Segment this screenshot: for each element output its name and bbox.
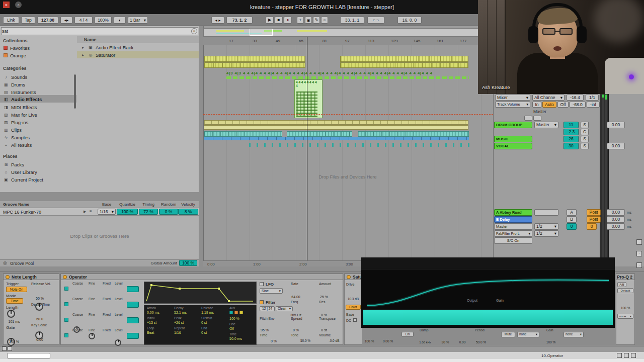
end-value[interactable]: 0 st: [201, 331, 207, 334]
osc-b-toggle[interactable]: [64, 302, 68, 306]
fine-knob[interactable]: [89, 333, 95, 339]
level-knob[interactable]: [115, 339, 121, 346]
return-a-post-button[interactable]: Post: [587, 209, 601, 216]
sidechain-on-button[interactable]: S/C On: [494, 237, 532, 244]
aux-dest-b-swatch[interactable]: [234, 311, 238, 314]
lfo-checkbox[interactable]: [260, 282, 264, 286]
filter-type-menu[interactable]: Clean▾: [276, 306, 293, 311]
footer-icon[interactable]: [624, 353, 629, 358]
tempo-field[interactable]: 127.00: [37, 17, 58, 24]
length-knob[interactable]: [7, 310, 15, 318]
color-button[interactable]: Color: [346, 305, 361, 310]
status-search-box[interactable]: [7, 353, 50, 358]
solo-button[interactable]: S: [581, 143, 589, 149]
audio-clip[interactable]: [204, 137, 469, 140]
note-on-button[interactable]: Note On: [6, 287, 27, 292]
playhead[interactable]: [307, 37, 307, 266]
send-field[interactable]: 0.00: [607, 223, 625, 230]
groove-base-menu[interactable]: 1/16▾: [98, 209, 116, 215]
status-toggle-icon[interactable]: [2, 346, 7, 351]
send-field[interactable]: 0.00: [607, 216, 625, 223]
quantize-menu[interactable]: 1 Bar▾: [128, 17, 148, 24]
osc-a-display[interactable]: [127, 286, 139, 292]
automation-in-button[interactable]: In: [532, 102, 541, 108]
groove-amount-field[interactable]: 100%: [95, 17, 112, 24]
midi-clip[interactable]: [340, 62, 468, 68]
groove-quantize-field[interactable]: 100 %: [117, 209, 138, 215]
time-signature-field[interactable]: 4 / 4: [74, 17, 93, 24]
groove-velocity-field[interactable]: 8 %: [178, 209, 198, 215]
sidebar-item-plugins[interactable]: ▨Plug-ins: [0, 119, 75, 126]
sidebar-item-favorites[interactable]: Favorites: [0, 44, 75, 51]
mini-toggle[interactable]: [533, 116, 541, 121]
solo-button[interactable]: S: [581, 122, 589, 128]
aux-value[interactable]: 100 %: [229, 317, 239, 320]
automation-off-button[interactable]: Off: [557, 102, 569, 108]
osc-a-toggle[interactable]: [64, 287, 68, 291]
search-clear-button[interactable]: ×: [191, 28, 197, 34]
link-button[interactable]: Link: [3, 17, 19, 24]
release-value[interactable]: 1.19 ms: [201, 311, 214, 314]
device-on-icon[interactable]: [63, 275, 67, 279]
browser-scrollbar[interactable]: [74, 74, 76, 109]
plugin-display-bar[interactable]: [363, 310, 613, 325]
sidebar-item-instruments[interactable]: ▤Instruments: [0, 88, 75, 96]
pan-field[interactable]: -2.3: [564, 129, 579, 135]
master-chan-field[interactable]: 0: [567, 223, 577, 230]
track-volume-menu[interactable]: Track Volume▾: [495, 102, 530, 108]
window-close-button[interactable]: ×: [3, 2, 10, 8]
filter-slope-button[interactable]: 12 | 24: [260, 306, 275, 311]
arrangement-position-field[interactable]: 73. 1. 2: [226, 17, 253, 24]
lin-button[interactable]: Lin: [401, 332, 414, 337]
midi-clip[interactable]: [204, 120, 468, 125]
mixer-section-menu[interactable]: Mixer▾: [495, 95, 530, 101]
track-route-menu[interactable]: Master▾: [534, 122, 558, 128]
device-on-icon[interactable]: [6, 275, 10, 279]
decay-value[interactable]: 52.1 ms: [174, 311, 187, 314]
return-a-tag[interactable]: A: [567, 209, 577, 216]
pan-center-button[interactable]: C: [581, 129, 589, 135]
loop-start-field[interactable]: 33. 1. 1: [340, 17, 364, 24]
send-field[interactable]: 0.00: [607, 122, 625, 128]
automation-auto-button[interactable]: Auto: [542, 102, 556, 108]
time-mode-button[interactable]: Time: [6, 298, 23, 304]
view-toggle-icon[interactable]: ·: [636, 239, 642, 245]
return-b-tag[interactable]: B: [567, 216, 577, 223]
track-channel-field[interactable]: 11: [564, 122, 579, 128]
plugin-window-header[interactable]: [361, 257, 615, 269]
filter-checkbox[interactable]: [260, 300, 264, 304]
tap-tempo-button[interactable]: Tap: [21, 17, 35, 24]
sidebar-item-all-results[interactable]: ≡All results: [0, 141, 75, 148]
back-to-arrangement-button[interactable]: ▣: [305, 17, 312, 24]
sidebar-item-packs[interactable]: ⊞Packs: [0, 161, 75, 168]
draw-mode-button[interactable]: ✎: [313, 17, 320, 24]
osc-vel-value[interactable]: Off: [229, 327, 234, 330]
result-row-audio-effect-rack[interactable]: ▸▣Audio Effect Rack: [77, 44, 199, 51]
send-field[interactable]: 0.00: [607, 209, 625, 216]
follow-buttons[interactable]: ◄►: [211, 17, 224, 24]
track-channel-field[interactable]: 30: [564, 143, 579, 149]
status-toggle-icon[interactable]: [8, 346, 12, 351]
initial-value[interactable]: +13 st: [147, 321, 156, 324]
footer-icon[interactable]: [631, 353, 636, 358]
aux-dest-a-swatch[interactable]: [229, 311, 233, 314]
sidebar-item-samples[interactable]: ∿Samples: [0, 134, 75, 141]
groove-random-field[interactable]: 0 %: [159, 209, 178, 215]
track-channel-field[interactable]: 26: [564, 136, 579, 142]
proq-none-menu[interactable]: none▾: [617, 314, 633, 319]
audio-clip[interactable]: [204, 131, 469, 137]
follow-ring-button[interactable]: ○: [321, 17, 328, 24]
return-b-post-button[interactable]: Post: [587, 216, 601, 223]
lfo-wave-menu[interactable]: Sine▾: [260, 288, 283, 294]
midi-clip[interactable]: [204, 62, 305, 68]
record-button[interactable]: ●: [284, 17, 292, 24]
channels-menu[interactable]: All Channe▾: [532, 95, 565, 101]
sustain-value[interactable]: 0 st: [201, 321, 207, 324]
sidebar-item-orange[interactable]: Orange: [0, 52, 75, 59]
device-on-icon[interactable]: [347, 275, 351, 279]
return-track-b[interactable]: B Delay: [494, 216, 532, 223]
master-cue-field[interactable]: 0: [587, 223, 597, 230]
envelope-display[interactable]: [144, 282, 257, 304]
play-button[interactable]: ▶: [266, 17, 274, 24]
attack-value[interactable]: 0.00 ms: [147, 311, 159, 314]
